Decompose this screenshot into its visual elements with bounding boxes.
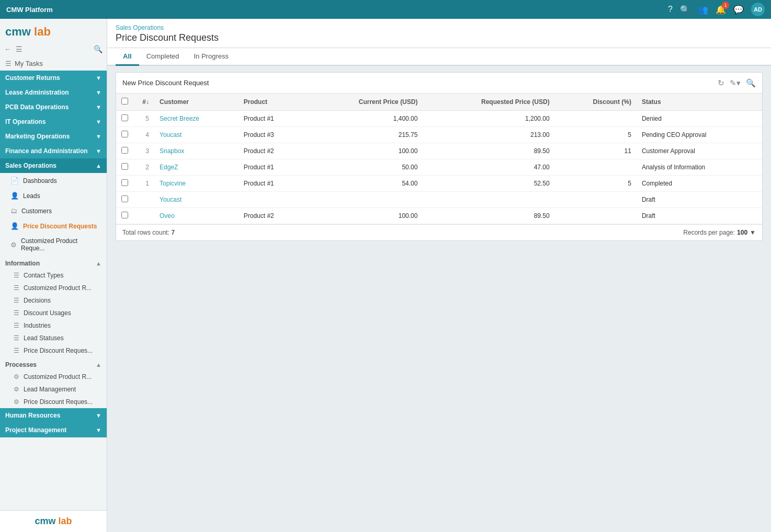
proc-price-discount-reques[interactable]: ⚙ Price Discount Reques... (0, 396, 107, 408)
dashboards-icon: 📄 (10, 177, 19, 184)
notification-icon[interactable]: 🔔 1 (716, 5, 726, 15)
row-checkbox[interactable] (121, 195, 128, 202)
row-num: 5 (133, 111, 154, 127)
info-lead-statuses[interactable]: ☰ Lead Statuses (0, 332, 107, 344)
table-row[interactable]: Youcast Draft (116, 192, 762, 208)
row-customer[interactable]: Snapbox (154, 143, 239, 159)
table-row[interactable]: 2 EdgeZ Product #1 50.00 47.00 Analysis … (116, 159, 762, 176)
sidebar-item-human-resources[interactable]: Human Resources ▼ (0, 408, 107, 423)
chevron-down-icon: ▼ (96, 104, 101, 110)
processes-section-label[interactable]: Processes ▲ (0, 357, 107, 371)
row-checkbox-cell[interactable] (116, 143, 133, 159)
total-rows-label: Total rows count: 7 (122, 229, 175, 236)
row-customer[interactable]: Topicvine (154, 176, 239, 192)
tab-all[interactable]: All (116, 48, 139, 66)
row-status: Pending CEO Approval (637, 127, 762, 143)
sidebar-item-sales-ops[interactable]: Sales Operations ▲ (0, 158, 107, 173)
customized-product-r-label: Customized Product R... (24, 284, 92, 292)
row-checkbox-cell[interactable] (116, 127, 133, 143)
row-customer[interactable]: EdgeZ (154, 159, 239, 176)
sidebar-sub-dashboards[interactable]: 📄 Dashboards (0, 173, 107, 188)
row-checkbox-cell[interactable] (116, 159, 133, 176)
row-status: Completed (637, 176, 762, 192)
help-icon[interactable]: ? (668, 5, 673, 14)
group-label: Project Management (5, 426, 66, 434)
info-decisions[interactable]: ☰ Decisions (0, 294, 107, 307)
sidebar-item-finance-admin[interactable]: Finance and Administration ▼ (0, 144, 107, 158)
sidebar-back-button[interactable]: ← (4, 45, 12, 53)
my-tasks-item[interactable]: ☰ My Tasks (0, 56, 107, 71)
row-checkbox-cell[interactable] (116, 208, 133, 224)
users-icon[interactable]: 👥 (698, 5, 708, 15)
table-row[interactable]: 3 Snapbox Product #2 100.00 89.50 11 Cus… (116, 143, 762, 159)
row-checkbox[interactable] (121, 131, 128, 137)
row-checkbox-cell[interactable] (116, 111, 133, 127)
row-checkbox[interactable] (121, 114, 128, 121)
row-checkbox[interactable] (121, 147, 128, 154)
price-discount-icon: 👤 (10, 222, 19, 230)
sidebar-search-icon[interactable]: 🔍 (94, 45, 103, 53)
edit-icon[interactable]: ✎▾ (730, 78, 741, 88)
row-status: Draft (637, 208, 762, 224)
footer-logo-lab: lab (59, 516, 72, 526)
tab-completed[interactable]: Completed (139, 48, 187, 66)
row-current-price: 50.00 (307, 159, 423, 176)
row-customer[interactable]: Oveo (154, 208, 239, 224)
refresh-icon[interactable]: ↻ (718, 78, 724, 88)
search-icon[interactable]: 🔍 (680, 5, 690, 15)
topbar-icons: ? 🔍 👥 🔔 1 💬 AD (668, 3, 765, 16)
row-checkbox-cell[interactable] (116, 176, 133, 192)
row-checkbox[interactable] (121, 212, 128, 218)
info-customized-product-r[interactable]: ☰ Customized Product R... (0, 282, 107, 294)
row-checkbox-cell[interactable] (116, 192, 133, 208)
sidebar-sub-customized-product[interactable]: ⚙ Customized Product Reque... (0, 234, 107, 256)
sidebar-item-customer-returns[interactable]: Customer Returns ▼ (0, 71, 107, 85)
row-num (133, 208, 154, 224)
row-product: Product #1 (239, 176, 307, 192)
table-row[interactable]: 4 Youcast Product #3 215.75 213.00 5 Pen… (116, 127, 762, 143)
select-all-checkbox[interactable] (121, 98, 128, 105)
list-icon: ☰ (14, 297, 19, 304)
sidebar-item-project-mgmt[interactable]: Project Management ▼ (0, 423, 107, 437)
tab-in-progress[interactable]: In Progress (187, 48, 236, 66)
table-row[interactable]: Oveo Product #2 100.00 89.50 Draft (116, 208, 762, 224)
row-checkbox[interactable] (121, 179, 128, 186)
search-filter-icon[interactable]: 🔍 (746, 78, 756, 88)
proc-lead-management[interactable]: ⚙ Lead Management (0, 383, 107, 396)
row-discount (555, 208, 637, 224)
sidebar-item-pcb-data[interactable]: PCB Data Operations ▼ (0, 100, 107, 114)
sidebar-item-marketing-ops[interactable]: Marketing Operations ▼ (0, 129, 107, 144)
select-all-header[interactable] (116, 94, 133, 111)
proc-customized-product-r[interactable]: ⚙ Customized Product R... (0, 371, 107, 383)
sidebar-menu-icon[interactable]: ☰ (16, 45, 22, 53)
messages-icon[interactable]: 💬 (733, 5, 744, 15)
info-discount-usages[interactable]: ☰ Discount Usages (0, 307, 107, 319)
toolbar-actions: ↻ ✎▾ 🔍 (718, 78, 756, 88)
row-checkbox[interactable] (121, 163, 128, 170)
footer-logo: cmw lab (35, 516, 72, 527)
price-discount-table: #↓ Customer Product Current Price (USD) … (116, 94, 762, 224)
info-contact-types[interactable]: ☰ Contact Types (0, 269, 107, 282)
information-section-label[interactable]: Information ▲ (0, 256, 107, 269)
new-price-discount-button[interactable]: New Price Discount Request (122, 77, 209, 89)
discount-usages-label: Discount Usages (24, 309, 71, 317)
row-customer[interactable]: Secret Breeze (154, 111, 239, 127)
row-requested-price (423, 192, 554, 208)
table-row[interactable]: 1 Topicvine Product #1 54.00 52.50 5 Com… (116, 176, 762, 192)
row-customer[interactable]: Youcast (154, 127, 239, 143)
chevron-down-icon: ▼ (96, 412, 101, 419)
table-row[interactable]: 5 Secret Breeze Product #1 1,400.00 1,20… (116, 111, 762, 127)
info-price-discount-reques[interactable]: ☰ Price Discount Reques... (0, 344, 107, 357)
breadcrumb[interactable]: Sales Operations (116, 24, 763, 31)
sidebar-item-it-ops[interactable]: IT Operations ▼ (0, 114, 107, 129)
sidebar-sub-price-discount[interactable]: 👤 Price Discount Requests (0, 218, 107, 234)
row-customer[interactable]: Youcast (154, 192, 239, 208)
row-status: Customer Approval (637, 143, 762, 159)
records-per-page-control[interactable]: Records per page: 100 ▼ (683, 229, 756, 236)
info-industries[interactable]: ☰ Industries (0, 319, 107, 332)
sidebar-item-lease-admin[interactable]: Lease Administration ▼ (0, 85, 107, 100)
sidebar-sub-customers[interactable]: 🗂 Customers (0, 203, 107, 218)
avatar[interactable]: AD (751, 3, 765, 16)
sidebar-sub-leads[interactable]: 👤 Leads (0, 188, 107, 203)
row-status: Analysis of Information (637, 159, 762, 176)
